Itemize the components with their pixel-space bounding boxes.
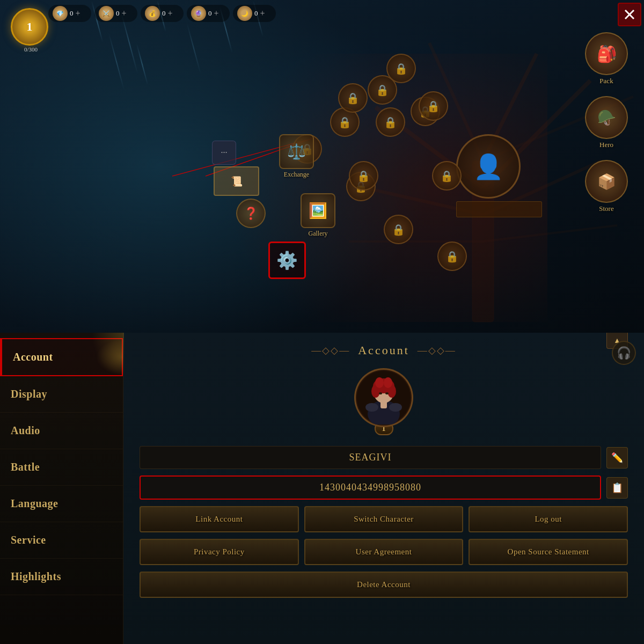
account-content: 🎧 —◇◇— Account —◇◇—: [123, 333, 644, 644]
lock-center-2[interactable]: 🔒: [376, 107, 405, 137]
lock-center-1[interactable]: 🔒: [338, 83, 368, 113]
moon-plus[interactable]: +: [260, 9, 265, 18]
action-buttons-row3: Delete Account: [140, 572, 628, 598]
privacy-policy-button[interactable]: Privacy Policy: [140, 539, 299, 565]
user-agreement-button[interactable]: User Agreement: [304, 539, 464, 565]
log-out-button[interactable]: Log out: [469, 506, 628, 532]
sidebar-item-battle[interactable]: Battle: [0, 449, 123, 486]
gem-icon: 💎: [53, 6, 68, 21]
edit-username-button[interactable]: ✏️: [606, 447, 628, 469]
pack-button[interactable]: 🎒 Pack: [585, 32, 628, 85]
exchange-label: Exchange: [284, 171, 309, 179]
sidebar-item-display[interactable]: Display: [0, 376, 123, 413]
gallery-button[interactable]: 🖼️ Gallery: [301, 193, 335, 238]
gem-plus[interactable]: +: [76, 9, 80, 18]
moon-value: 0: [254, 9, 258, 18]
switch-character-label: Switch Character: [354, 515, 414, 523]
title-text: Account: [358, 343, 409, 357]
display-label: Display: [11, 388, 47, 400]
settings-panel: ▲ Account Display Audio Battle Language …: [0, 333, 644, 644]
game-section: 1 0/300 💎 0 + ⚔️ 0 + 💰 0 + 🔮 0 + 🌙 0 +: [0, 0, 644, 333]
username-value: SEAGIVI: [349, 452, 392, 463]
settings-sidebar: Account Display Audio Battle Language Se…: [0, 333, 123, 644]
store-button[interactable]: 📦 Store: [585, 160, 628, 213]
exchange-button[interactable]: ⚖️ Exchange: [279, 134, 314, 179]
sidebar-item-language[interactable]: Language: [0, 486, 123, 522]
account-tab-glow: [96, 339, 123, 375]
lock-icon-6[interactable]: 🔒: [437, 241, 467, 271]
sidebar-item-audio[interactable]: Audio: [0, 413, 123, 449]
title-deco-left: —◇◇—: [311, 345, 350, 356]
lock-center-4[interactable]: 🔒: [386, 54, 416, 83]
avatar-section: 1: [140, 368, 628, 435]
moon-icon: 🌙: [237, 6, 252, 21]
support-button[interactable]: 🎧: [612, 341, 636, 365]
user-agreement-label: User Agreement: [356, 547, 412, 556]
orb-plus[interactable]: +: [214, 9, 219, 18]
link-account-button[interactable]: Link Account: [140, 506, 299, 532]
store-icon: 📦: [585, 160, 628, 203]
svg-point-21: [375, 377, 384, 388]
resource-orb: 🔮 0 +: [187, 5, 230, 22]
delete-account-button[interactable]: Delete Account: [140, 572, 628, 598]
sidebar-item-highlights[interactable]: Highlights: [0, 559, 123, 595]
svg-point-22: [384, 377, 392, 388]
service-label: Service: [11, 534, 46, 546]
coin-plus[interactable]: +: [168, 9, 173, 18]
hero-banner: [456, 201, 542, 217]
lock-center-3[interactable]: 🔒: [349, 161, 378, 191]
link-account-label: Link Account: [195, 515, 243, 523]
coin-icon: 💰: [145, 6, 160, 21]
delete-account-label: Delete Account: [357, 580, 411, 589]
hud-bar: 💎 0 + ⚔️ 0 + 💰 0 + 🔮 0 + 🌙 0 +: [43, 0, 644, 27]
action-buttons-row1: Link Account Switch Character Log out: [140, 506, 628, 532]
username-row: SEAGIVI ✏️: [140, 446, 628, 469]
orb-value: 0: [208, 9, 212, 18]
resource-gem: 💎 0 +: [48, 5, 91, 22]
switch-character-button[interactable]: Switch Character: [304, 506, 464, 532]
store-label: Store: [599, 204, 613, 213]
edit-icon: ✏️: [611, 452, 623, 464]
copy-userid-button[interactable]: 📋: [606, 477, 628, 499]
xp-display: 0/300: [11, 46, 51, 53]
pack-icon: 🎒: [585, 32, 628, 75]
gem-value: 0: [70, 9, 74, 18]
hero-icon: 🪖: [585, 96, 628, 139]
sword-value: 0: [116, 9, 120, 18]
close-button[interactable]: [618, 3, 641, 26]
sword-icon: ⚔️: [99, 6, 114, 21]
center-hero-symbol: 👤: [473, 152, 503, 181]
open-source-statement-label: Open Source Statement: [508, 547, 589, 556]
lock-center-5[interactable]: 🔒: [419, 91, 448, 121]
privacy-policy-label: Privacy Policy: [194, 547, 245, 556]
center-hero-icon[interactable]: 👤: [456, 134, 521, 199]
pack-label: Pack: [599, 77, 613, 85]
title-deco-right: —◇◇—: [418, 345, 456, 356]
hero-label: Hero: [599, 141, 613, 149]
settings-button[interactable]: ⚙️: [268, 241, 306, 279]
username-field: SEAGIVI: [140, 446, 601, 469]
sword-plus[interactable]: +: [122, 9, 127, 18]
svg-point-24: [385, 392, 389, 394]
open-source-statement-button[interactable]: Open Source Statement: [469, 539, 628, 565]
resource-coin: 💰 0 +: [141, 5, 184, 22]
log-out-label: Log out: [535, 515, 562, 523]
sidebar-item-service[interactable]: Service: [0, 522, 123, 559]
svg-point-25: [365, 403, 378, 412]
language-label: Language: [11, 497, 58, 509]
hero-button[interactable]: 🪖 Hero: [585, 96, 628, 149]
sidebar-item-account[interactable]: Account: [0, 338, 123, 376]
coin-value: 0: [162, 9, 166, 18]
avatar-frame[interactable]: [354, 368, 413, 427]
resource-moon: 🌙 0 +: [233, 5, 276, 22]
item-scroll[interactable]: 📜: [214, 166, 259, 196]
help-button[interactable]: ❓: [236, 199, 266, 228]
chat-dots: ···: [221, 148, 228, 158]
action-buttons-row2: Privacy Policy User Agreement Open Sourc…: [140, 539, 628, 565]
userid-value: 1430040434998958080: [319, 482, 421, 493]
lock-icon-5[interactable]: 🔒: [384, 215, 413, 244]
account-title: —◇◇— Account —◇◇—: [140, 343, 628, 357]
account-label: Account: [13, 351, 53, 363]
lock-icon-4[interactable]: 🔒: [432, 161, 462, 191]
chat-button[interactable]: ···: [212, 141, 236, 165]
